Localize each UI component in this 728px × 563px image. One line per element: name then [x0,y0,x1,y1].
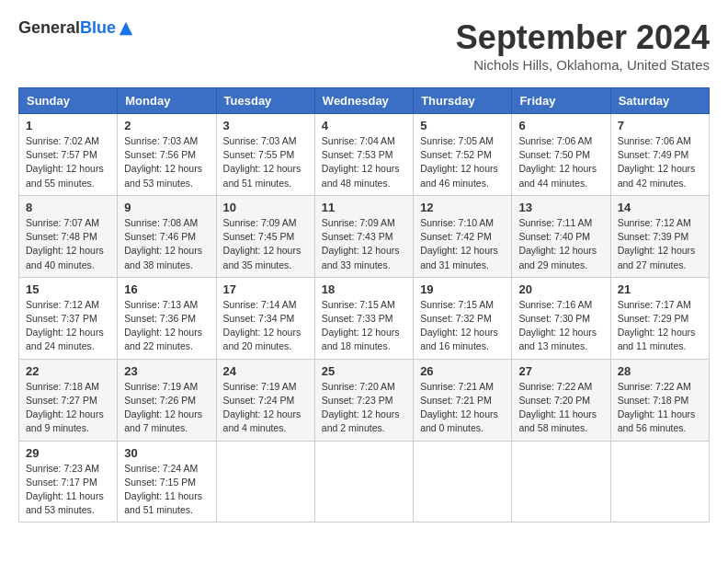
calendar-day-cell: 9Sunrise: 7:08 AM Sunset: 7:46 PM Daylig… [118,195,216,277]
calendar-week-row: 29Sunrise: 7:23 AM Sunset: 7:17 PM Dayli… [19,441,710,523]
day-info: Sunrise: 7:08 AM Sunset: 7:46 PM Dayligh… [124,216,209,272]
day-info: Sunrise: 7:22 AM Sunset: 7:20 PM Dayligh… [518,380,603,436]
day-info: Sunrise: 7:15 AM Sunset: 7:32 PM Dayligh… [420,298,505,354]
day-number: 12 [420,201,505,214]
calendar-day-cell [414,441,512,523]
calendar-column-header: Saturday [610,88,709,114]
calendar-column-header: Sunday [19,88,118,114]
month-title: September 2024 [456,18,710,57]
calendar-week-row: 22Sunrise: 7:18 AM Sunset: 7:27 PM Dayli… [19,359,710,441]
calendar-column-header: Friday [512,88,610,114]
calendar-day-cell: 12Sunrise: 7:10 AM Sunset: 7:42 PM Dayli… [414,195,512,277]
day-info: Sunrise: 7:18 AM Sunset: 7:27 PM Dayligh… [26,380,110,436]
day-number: 27 [518,364,603,378]
calendar-day-cell: 6Sunrise: 7:06 AM Sunset: 7:50 PM Daylig… [512,114,610,196]
calendar-day-cell: 23Sunrise: 7:19 AM Sunset: 7:26 PM Dayli… [118,359,216,441]
day-info: Sunrise: 7:07 AM Sunset: 7:48 PM Dayligh… [26,216,110,272]
logo: GeneralBlue [18,18,134,38]
calendar-day-cell: 10Sunrise: 7:09 AM Sunset: 7:45 PM Dayli… [216,195,314,277]
calendar-column-header: Monday [118,88,216,114]
day-info: Sunrise: 7:19 AM Sunset: 7:24 PM Dayligh… [223,380,308,436]
day-info: Sunrise: 7:02 AM Sunset: 7:57 PM Dayligh… [26,134,110,190]
calendar-day-cell: 25Sunrise: 7:20 AM Sunset: 7:23 PM Dayli… [314,359,413,441]
calendar-day-cell: 16Sunrise: 7:13 AM Sunset: 7:36 PM Dayli… [118,277,216,359]
day-info: Sunrise: 7:09 AM Sunset: 7:45 PM Dayligh… [223,216,308,272]
day-number: 14 [618,201,702,214]
day-number: 1 [26,119,110,132]
calendar-day-cell: 11Sunrise: 7:09 AM Sunset: 7:43 PM Dayli… [314,195,413,277]
calendar-day-cell [216,441,314,523]
calendar-week-row: 1Sunrise: 7:02 AM Sunset: 7:57 PM Daylig… [19,114,710,196]
page-header: GeneralBlue September 2024 Nichols Hills… [18,18,710,73]
day-number: 5 [420,119,505,132]
calendar-day-cell: 13Sunrise: 7:11 AM Sunset: 7:40 PM Dayli… [512,195,610,277]
calendar-day-cell: 17Sunrise: 7:14 AM Sunset: 7:34 PM Dayli… [216,277,314,359]
day-number: 13 [518,201,603,214]
day-number: 24 [223,364,308,378]
day-info: Sunrise: 7:23 AM Sunset: 7:17 PM Dayligh… [26,462,110,518]
day-info: Sunrise: 7:06 AM Sunset: 7:49 PM Dayligh… [618,134,702,190]
day-number: 4 [322,119,406,132]
calendar-day-cell: 24Sunrise: 7:19 AM Sunset: 7:24 PM Dayli… [216,359,314,441]
calendar-day-cell: 26Sunrise: 7:21 AM Sunset: 7:21 PM Dayli… [414,359,512,441]
calendar-week-row: 8Sunrise: 7:07 AM Sunset: 7:48 PM Daylig… [19,195,710,277]
title-area: September 2024 Nichols Hills, Oklahoma, … [456,18,710,73]
calendar-day-cell [610,441,709,523]
calendar-day-cell: 4Sunrise: 7:04 AM Sunset: 7:53 PM Daylig… [314,114,413,196]
day-info: Sunrise: 7:15 AM Sunset: 7:33 PM Dayligh… [322,298,406,354]
day-number: 16 [124,282,209,296]
day-number: 17 [223,282,308,296]
calendar-day-cell: 30Sunrise: 7:24 AM Sunset: 7:15 PM Dayli… [118,441,216,523]
calendar-day-cell: 18Sunrise: 7:15 AM Sunset: 7:33 PM Dayli… [314,277,413,359]
day-info: Sunrise: 7:11 AM Sunset: 7:40 PM Dayligh… [518,216,603,272]
day-number: 21 [618,282,702,296]
calendar-header: SundayMondayTuesdayWednesdayThursdayFrid… [19,88,710,114]
calendar-body: 1Sunrise: 7:02 AM Sunset: 7:57 PM Daylig… [19,114,710,523]
day-number: 3 [223,119,308,132]
calendar-day-cell: 19Sunrise: 7:15 AM Sunset: 7:32 PM Dayli… [414,277,512,359]
calendar-day-cell: 21Sunrise: 7:17 AM Sunset: 7:29 PM Dayli… [610,277,709,359]
calendar-day-cell: 22Sunrise: 7:18 AM Sunset: 7:27 PM Dayli… [19,359,118,441]
svg-marker-0 [119,21,132,34]
day-number: 11 [322,201,406,214]
day-info: Sunrise: 7:21 AM Sunset: 7:21 PM Dayligh… [420,380,505,436]
calendar-column-header: Tuesday [216,88,314,114]
calendar-day-cell: 20Sunrise: 7:16 AM Sunset: 7:30 PM Dayli… [512,277,610,359]
day-number: 9 [124,201,209,214]
day-info: Sunrise: 7:06 AM Sunset: 7:50 PM Dayligh… [518,134,603,190]
day-info: Sunrise: 7:12 AM Sunset: 7:39 PM Dayligh… [618,216,702,272]
day-number: 30 [124,446,209,460]
day-number: 23 [124,364,209,378]
day-number: 28 [618,364,702,378]
day-number: 2 [124,119,209,132]
calendar-day-cell: 2Sunrise: 7:03 AM Sunset: 7:56 PM Daylig… [118,114,216,196]
day-number: 25 [322,364,406,378]
day-info: Sunrise: 7:03 AM Sunset: 7:55 PM Dayligh… [223,134,308,190]
day-info: Sunrise: 7:13 AM Sunset: 7:36 PM Dayligh… [124,298,209,354]
calendar-week-row: 15Sunrise: 7:12 AM Sunset: 7:37 PM Dayli… [19,277,710,359]
day-number: 26 [420,364,505,378]
day-number: 8 [26,201,110,214]
day-info: Sunrise: 7:05 AM Sunset: 7:52 PM Dayligh… [420,134,505,190]
day-info: Sunrise: 7:04 AM Sunset: 7:53 PM Dayligh… [322,134,406,190]
day-number: 7 [618,119,702,132]
calendar-day-cell: 28Sunrise: 7:22 AM Sunset: 7:18 PM Dayli… [610,359,709,441]
day-number: 15 [26,282,110,296]
calendar-day-cell: 7Sunrise: 7:06 AM Sunset: 7:49 PM Daylig… [610,114,709,196]
location: Nichols Hills, Oklahoma, United States [456,57,710,73]
day-info: Sunrise: 7:12 AM Sunset: 7:37 PM Dayligh… [26,298,110,354]
day-info: Sunrise: 7:20 AM Sunset: 7:23 PM Dayligh… [322,380,406,436]
day-info: Sunrise: 7:03 AM Sunset: 7:56 PM Dayligh… [124,134,209,190]
day-number: 10 [223,201,308,214]
calendar-day-cell: 3Sunrise: 7:03 AM Sunset: 7:55 PM Daylig… [216,114,314,196]
calendar-day-cell: 1Sunrise: 7:02 AM Sunset: 7:57 PM Daylig… [19,114,118,196]
day-number: 18 [322,282,406,296]
day-info: Sunrise: 7:17 AM Sunset: 7:29 PM Dayligh… [618,298,702,354]
logo-icon [118,20,134,37]
day-number: 19 [420,282,505,296]
calendar-column-header: Thursday [414,88,512,114]
calendar-day-cell: 29Sunrise: 7:23 AM Sunset: 7:17 PM Dayli… [19,441,118,523]
day-info: Sunrise: 7:09 AM Sunset: 7:43 PM Dayligh… [322,216,406,272]
calendar-day-cell: 5Sunrise: 7:05 AM Sunset: 7:52 PM Daylig… [414,114,512,196]
calendar-column-header: Wednesday [314,88,413,114]
